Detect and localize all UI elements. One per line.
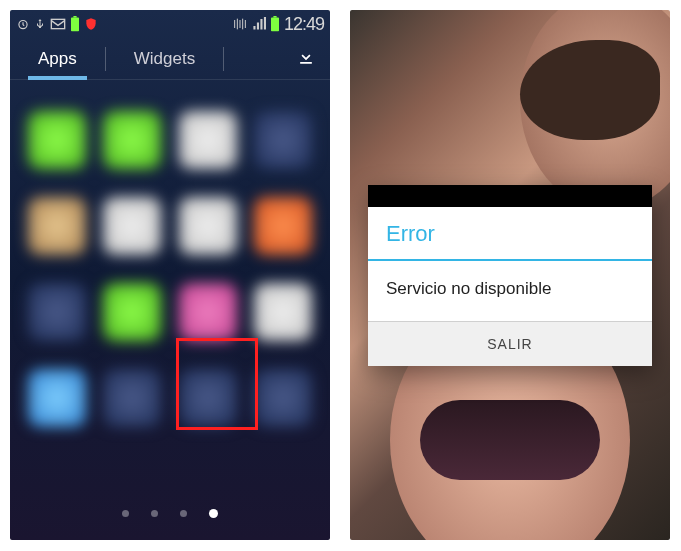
nfc-icon	[232, 17, 248, 31]
app-icon[interactable]	[103, 369, 161, 427]
app-icon[interactable]	[103, 111, 161, 169]
tab-widgets-label: Widgets	[134, 49, 195, 69]
page-dot[interactable]	[151, 510, 158, 517]
app-icon[interactable]	[254, 111, 312, 169]
app-icon[interactable]	[179, 197, 237, 255]
app-icon[interactable]	[179, 369, 237, 427]
app-icon[interactable]	[254, 283, 312, 341]
page-dot[interactable]	[122, 510, 129, 517]
phone-app-drawer: 12:49 Apps Widgets	[10, 10, 330, 540]
drawer-tab-bar: Apps Widgets	[10, 38, 330, 80]
error-dialog: Error Servicio no disponible SALIR	[368, 185, 652, 366]
app-icon[interactable]	[254, 369, 312, 427]
page-dot-active[interactable]	[209, 509, 218, 518]
app-icon[interactable]	[28, 283, 86, 341]
dialog-message: Servicio no disponible	[368, 261, 652, 321]
app-grid	[10, 80, 330, 458]
usb-icon	[34, 17, 46, 31]
status-left-icons	[16, 16, 98, 32]
tab-divider	[223, 47, 224, 71]
dialog-title: Error	[368, 207, 652, 261]
page-dot[interactable]	[180, 510, 187, 517]
status-clock: 12:49	[284, 14, 324, 35]
tab-widgets[interactable]: Widgets	[106, 38, 223, 79]
download-icon[interactable]	[296, 47, 316, 71]
pagination-dots	[122, 510, 218, 518]
app-icon[interactable]	[254, 197, 312, 255]
svg-rect-1	[51, 19, 64, 28]
exit-button[interactable]: SALIR	[368, 322, 652, 366]
svg-rect-2	[71, 18, 79, 32]
app-icon[interactable]	[28, 111, 86, 169]
status-bar: 12:49	[10, 10, 330, 38]
svg-rect-5	[273, 16, 276, 18]
svg-rect-4	[271, 18, 279, 32]
app-icon[interactable]	[179, 283, 237, 341]
app-icon[interactable]	[28, 197, 86, 255]
app-icon[interactable]	[28, 369, 86, 427]
dialog-button-row: SALIR	[368, 321, 652, 366]
security-warning-icon	[84, 16, 98, 32]
app-icon[interactable]	[103, 283, 161, 341]
tab-apps[interactable]: Apps	[10, 38, 105, 79]
status-right-icons: 12:49	[232, 14, 324, 35]
battery-icon	[270, 16, 280, 32]
signal-icon	[252, 17, 266, 31]
dialog-top-bar	[368, 185, 652, 207]
battery-saver-icon	[70, 16, 80, 32]
alarm-icon	[16, 17, 30, 31]
app-icon[interactable]	[179, 111, 237, 169]
svg-rect-3	[73, 16, 76, 18]
tab-apps-label: Apps	[38, 49, 77, 69]
email-icon	[50, 18, 66, 30]
phone-error-dialog: Error Servicio no disponible SALIR	[350, 10, 670, 540]
app-icon[interactable]	[103, 197, 161, 255]
